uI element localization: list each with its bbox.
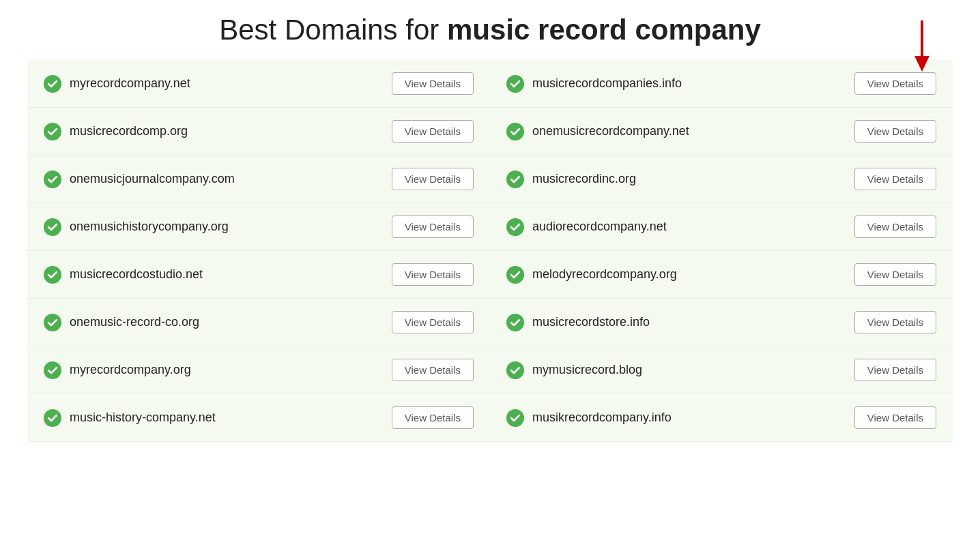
domain-left: mymusicrecord.blog: [506, 361, 854, 379]
domain-name: musikrecordcompany.info: [532, 411, 672, 425]
view-details-button[interactable]: View Details: [854, 168, 936, 190]
check-icon: [506, 218, 524, 236]
view-details-button[interactable]: View Details: [854, 120, 936, 143]
check-icon: [44, 361, 61, 379]
check-icon: [44, 218, 61, 236]
view-details-button[interactable]: View Details: [392, 359, 474, 381]
domain-row: myrecordcompany.net View Details: [27, 60, 490, 108]
domain-left: musicrecordcomp.org: [44, 123, 392, 140]
domain-left: melodyrecordcompany.org: [506, 266, 854, 284]
check-icon: [506, 123, 524, 140]
domain-name: music-history-company.net: [70, 411, 216, 425]
domain-name: myrecordcompany.net: [70, 76, 190, 91]
check-icon: [44, 75, 61, 93]
domain-left: music-history-company.net: [44, 409, 392, 427]
svg-point-7: [506, 170, 524, 188]
domain-row: onemusicjournalcompany.com View Details: [27, 155, 490, 203]
domain-left: musicrecordinc.org: [506, 170, 854, 188]
svg-point-5: [506, 123, 524, 140]
svg-point-13: [506, 314, 524, 331]
domain-row: musicrecordcostudio.net View Details: [27, 251, 490, 299]
domain-left: musikrecordcompany.info: [506, 409, 854, 427]
svg-point-6: [44, 170, 61, 188]
check-icon: [44, 314, 61, 331]
svg-point-8: [44, 218, 61, 236]
svg-point-12: [44, 314, 61, 331]
page-container: Best Domains for music record company my…: [0, 0, 980, 456]
domain-name: audiorecordcompany.net: [532, 220, 667, 234]
domain-left: musicrecordcostudio.net: [44, 266, 392, 284]
check-icon: [506, 75, 524, 93]
svg-point-14: [44, 361, 61, 379]
domain-name: musicrecordcompanies.info: [532, 76, 682, 91]
domain-name: onemusicrecordcompany.net: [532, 124, 689, 138]
domain-name: musicrecordcomp.org: [70, 124, 188, 138]
check-icon: [506, 409, 524, 427]
svg-point-16: [44, 409, 61, 427]
view-details-button[interactable]: View Details: [854, 359, 936, 381]
view-details-button[interactable]: View Details: [392, 406, 474, 429]
view-details-button[interactable]: View Details: [854, 72, 936, 95]
view-details-button[interactable]: View Details: [392, 168, 474, 190]
domain-left: onemusicjournalcompany.com: [44, 170, 392, 188]
domain-name: onemusic-record-co.org: [70, 315, 199, 329]
domain-name: myrecordcompany.org: [70, 363, 191, 377]
title-prefix: Best Domains for: [219, 14, 447, 46]
domain-left: audiorecordcompany.net: [506, 218, 854, 236]
svg-marker-1: [914, 56, 929, 72]
domain-row: audiorecordcompany.net View Details: [490, 203, 953, 251]
domain-row: onemusicrecordcompany.net View Details: [490, 108, 953, 155]
page-header: Best Domains for music record company: [27, 14, 953, 46]
check-icon: [44, 409, 61, 427]
domain-left: musicrecordstore.info: [506, 314, 854, 331]
check-icon: [506, 361, 524, 379]
check-icon: [44, 123, 61, 140]
view-details-button[interactable]: View Details: [854, 215, 936, 238]
check-icon: [44, 266, 61, 284]
domain-left: onemusic-record-co.org: [44, 314, 392, 331]
check-icon: [44, 170, 61, 188]
view-details-button[interactable]: View Details: [392, 215, 474, 238]
view-details-button[interactable]: View Details: [854, 311, 936, 333]
svg-point-3: [506, 75, 524, 93]
view-details-button[interactable]: View Details: [854, 263, 936, 286]
check-icon: [506, 314, 524, 331]
svg-point-11: [506, 266, 524, 284]
domain-left: musicrecordcompanies.info: [506, 75, 854, 93]
domain-row: myrecordcompany.org View Details: [27, 346, 490, 394]
domain-row: musicrecordinc.org View Details: [490, 155, 953, 203]
domain-name: musicrecordinc.org: [532, 172, 636, 186]
svg-point-2: [44, 75, 61, 93]
page-title: Best Domains for music record company: [27, 14, 953, 46]
domain-left: onemusicrecordcompany.net: [506, 123, 854, 140]
view-details-button[interactable]: View Details: [392, 263, 474, 286]
domain-name: melodyrecordcompany.org: [532, 267, 677, 282]
svg-point-10: [44, 266, 61, 284]
domain-row: onemusic-record-co.org View Details: [27, 299, 490, 346]
domain-row: musicrecordcompanies.info View Details: [490, 60, 953, 108]
domain-name: musicrecordcostudio.net: [70, 267, 203, 282]
svg-point-4: [44, 123, 61, 140]
domain-row: music-history-company.net View Details: [27, 394, 490, 442]
svg-point-15: [506, 361, 524, 379]
domain-row: mymusicrecord.blog View Details: [490, 346, 953, 394]
view-details-button[interactable]: View Details: [392, 72, 474, 95]
check-icon: [506, 266, 524, 284]
svg-point-17: [506, 409, 524, 427]
view-details-button[interactable]: View Details: [392, 311, 474, 333]
domain-row: musicrecordcomp.org View Details: [27, 108, 490, 155]
domains-grid: myrecordcompany.net View Details musicre…: [27, 60, 953, 442]
domain-left: myrecordcompany.net: [44, 75, 392, 93]
view-details-button[interactable]: View Details: [392, 120, 474, 143]
domain-name: mymusicrecord.blog: [532, 363, 642, 377]
view-details-button[interactable]: View Details: [854, 406, 936, 429]
check-icon: [506, 170, 524, 188]
title-bold: music record company: [447, 14, 761, 46]
domain-row: musicrecordstore.info View Details: [490, 299, 953, 346]
domain-name: musicrecordstore.info: [532, 315, 650, 329]
domain-name: onemusicjournalcompany.com: [70, 172, 235, 186]
domain-left: onemusichistorycompany.org: [44, 218, 392, 236]
domain-row: melodyrecordcompany.org View Details: [490, 251, 953, 299]
domain-left: myrecordcompany.org: [44, 361, 392, 379]
domain-row: musikrecordcompany.info View Details: [490, 394, 953, 442]
